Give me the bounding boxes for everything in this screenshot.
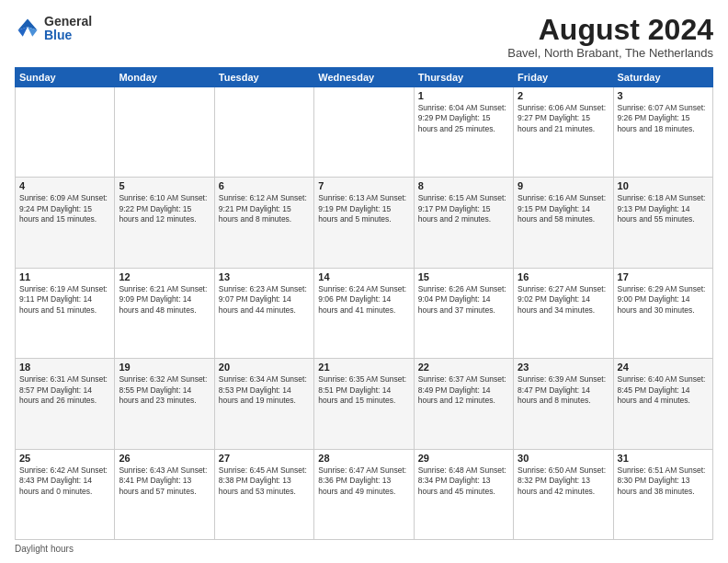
day-cell bbox=[314, 87, 414, 178]
day-cell: 29Sunrise: 6:48 AM Sunset: 8:34 PM Dayli… bbox=[414, 449, 513, 539]
day-info: Sunrise: 6:06 AM Sunset: 9:27 PM Dayligh… bbox=[518, 103, 609, 134]
day-cell: 2Sunrise: 6:06 AM Sunset: 9:27 PM Daylig… bbox=[514, 87, 613, 178]
day-cell: 18Sunrise: 6:31 AM Sunset: 8:57 PM Dayli… bbox=[16, 359, 115, 449]
day-info: Sunrise: 6:45 AM Sunset: 8:38 PM Dayligh… bbox=[219, 465, 310, 497]
day-number: 30 bbox=[518, 453, 609, 464]
col-header-saturday: Saturday bbox=[613, 68, 712, 87]
day-info: Sunrise: 6:51 AM Sunset: 8:30 PM Dayligh… bbox=[618, 465, 709, 497]
logo-general: General bbox=[44, 15, 92, 29]
col-header-thursday: Thursday bbox=[414, 68, 513, 87]
day-number: 8 bbox=[418, 180, 509, 191]
day-info: Sunrise: 6:27 AM Sunset: 9:02 PM Dayligh… bbox=[518, 284, 609, 316]
day-cell: 16Sunrise: 6:27 AM Sunset: 9:02 PM Dayli… bbox=[514, 268, 613, 358]
col-header-sunday: Sunday bbox=[16, 68, 115, 87]
col-header-monday: Monday bbox=[115, 68, 214, 87]
col-header-tuesday: Tuesday bbox=[214, 68, 313, 87]
day-number: 23 bbox=[518, 362, 609, 373]
day-cell: 14Sunrise: 6:24 AM Sunset: 9:06 PM Dayli… bbox=[314, 268, 414, 358]
day-number: 15 bbox=[418, 271, 509, 282]
day-cell: 23Sunrise: 6:39 AM Sunset: 8:47 PM Dayli… bbox=[514, 359, 613, 449]
week-row-3: 11Sunrise: 6:19 AM Sunset: 9:11 PM Dayli… bbox=[16, 268, 713, 358]
day-cell: 17Sunrise: 6:29 AM Sunset: 9:00 PM Dayli… bbox=[613, 268, 712, 358]
day-info: Sunrise: 6:15 AM Sunset: 9:17 PM Dayligh… bbox=[418, 193, 509, 224]
day-cell: 28Sunrise: 6:47 AM Sunset: 8:36 PM Dayli… bbox=[314, 449, 414, 539]
day-info: Sunrise: 6:09 AM Sunset: 9:24 PM Dayligh… bbox=[19, 193, 110, 224]
day-number: 20 bbox=[219, 362, 310, 373]
location: Bavel, North Brabant, The Netherlands bbox=[507, 46, 713, 60]
day-info: Sunrise: 6:24 AM Sunset: 9:06 PM Dayligh… bbox=[318, 284, 409, 316]
day-number: 16 bbox=[518, 271, 609, 282]
day-number: 17 bbox=[618, 271, 709, 282]
day-info: Sunrise: 6:29 AM Sunset: 9:00 PM Dayligh… bbox=[618, 284, 709, 316]
day-number: 11 bbox=[19, 271, 110, 282]
svg-marker-0 bbox=[18, 19, 38, 30]
day-cell: 15Sunrise: 6:26 AM Sunset: 9:04 PM Dayli… bbox=[414, 268, 513, 358]
day-info: Sunrise: 6:39 AM Sunset: 8:47 PM Dayligh… bbox=[518, 374, 609, 406]
day-number: 28 bbox=[318, 453, 409, 464]
week-row-4: 18Sunrise: 6:31 AM Sunset: 8:57 PM Dayli… bbox=[16, 359, 713, 449]
week-row-5: 25Sunrise: 6:42 AM Sunset: 8:43 PM Dayli… bbox=[16, 449, 713, 539]
day-info: Sunrise: 6:04 AM Sunset: 9:29 PM Dayligh… bbox=[418, 103, 509, 134]
day-cell: 5Sunrise: 6:10 AM Sunset: 9:22 PM Daylig… bbox=[115, 178, 214, 268]
day-cell: 7Sunrise: 6:13 AM Sunset: 9:19 PM Daylig… bbox=[314, 178, 414, 268]
day-cell: 3Sunrise: 6:07 AM Sunset: 9:26 PM Daylig… bbox=[613, 87, 712, 178]
logo: General Blue bbox=[15, 15, 92, 43]
day-number: 18 bbox=[19, 362, 110, 373]
day-info: Sunrise: 6:48 AM Sunset: 8:34 PM Dayligh… bbox=[418, 465, 509, 497]
day-cell: 27Sunrise: 6:45 AM Sunset: 8:38 PM Dayli… bbox=[214, 449, 313, 539]
day-number: 26 bbox=[119, 453, 210, 464]
day-number: 7 bbox=[318, 180, 409, 191]
day-cell: 19Sunrise: 6:32 AM Sunset: 8:55 PM Dayli… bbox=[115, 359, 214, 449]
logo-blue: Blue bbox=[44, 29, 92, 42]
day-number: 10 bbox=[618, 180, 709, 191]
day-cell: 10Sunrise: 6:18 AM Sunset: 9:13 PM Dayli… bbox=[613, 178, 712, 268]
day-info: Sunrise: 6:35 AM Sunset: 8:51 PM Dayligh… bbox=[318, 374, 409, 406]
day-number: 6 bbox=[219, 180, 310, 191]
day-cell: 1Sunrise: 6:04 AM Sunset: 9:29 PM Daylig… bbox=[414, 87, 513, 178]
day-info: Sunrise: 6:32 AM Sunset: 8:55 PM Dayligh… bbox=[119, 374, 210, 406]
day-info: Sunrise: 6:21 AM Sunset: 9:09 PM Dayligh… bbox=[119, 284, 210, 316]
day-info: Sunrise: 6:31 AM Sunset: 8:57 PM Dayligh… bbox=[19, 374, 110, 406]
day-number: 3 bbox=[618, 90, 709, 101]
day-info: Sunrise: 6:23 AM Sunset: 9:07 PM Dayligh… bbox=[219, 284, 310, 316]
day-info: Sunrise: 6:07 AM Sunset: 9:26 PM Dayligh… bbox=[618, 103, 709, 134]
day-cell: 12Sunrise: 6:21 AM Sunset: 9:09 PM Dayli… bbox=[115, 268, 214, 358]
header: General Blue August 2024 Bavel, North Br… bbox=[15, 15, 713, 60]
day-info: Sunrise: 6:12 AM Sunset: 9:21 PM Dayligh… bbox=[219, 193, 310, 224]
day-cell bbox=[16, 87, 115, 178]
day-number: 21 bbox=[318, 362, 409, 373]
day-info: Sunrise: 6:37 AM Sunset: 8:49 PM Dayligh… bbox=[418, 374, 509, 406]
title-block: August 2024 Bavel, North Brabant, The Ne… bbox=[507, 15, 713, 60]
day-info: Sunrise: 6:13 AM Sunset: 9:19 PM Dayligh… bbox=[318, 193, 409, 224]
day-info: Sunrise: 6:40 AM Sunset: 8:45 PM Dayligh… bbox=[618, 374, 709, 406]
day-number: 19 bbox=[119, 362, 210, 373]
day-number: 27 bbox=[219, 453, 310, 464]
day-cell: 6Sunrise: 6:12 AM Sunset: 9:21 PM Daylig… bbox=[214, 178, 313, 268]
day-number: 29 bbox=[418, 453, 509, 464]
day-cell bbox=[115, 87, 214, 178]
day-cell: 4Sunrise: 6:09 AM Sunset: 9:24 PM Daylig… bbox=[16, 178, 115, 268]
day-cell: 13Sunrise: 6:23 AM Sunset: 9:07 PM Dayli… bbox=[214, 268, 313, 358]
day-number: 2 bbox=[518, 90, 609, 101]
day-number: 5 bbox=[119, 180, 210, 191]
week-row-2: 4Sunrise: 6:09 AM Sunset: 9:24 PM Daylig… bbox=[16, 178, 713, 268]
day-cell: 22Sunrise: 6:37 AM Sunset: 8:49 PM Dayli… bbox=[414, 359, 513, 449]
day-cell bbox=[214, 87, 313, 178]
day-info: Sunrise: 6:10 AM Sunset: 9:22 PM Dayligh… bbox=[119, 193, 210, 224]
week-row-1: 1Sunrise: 6:04 AM Sunset: 9:29 PM Daylig… bbox=[16, 87, 713, 178]
day-info: Sunrise: 6:18 AM Sunset: 9:13 PM Dayligh… bbox=[618, 193, 709, 224]
col-header-wednesday: Wednesday bbox=[314, 68, 414, 87]
day-info: Sunrise: 6:42 AM Sunset: 8:43 PM Dayligh… bbox=[19, 465, 110, 497]
month-year: August 2024 bbox=[507, 15, 713, 44]
day-cell: 8Sunrise: 6:15 AM Sunset: 9:17 PM Daylig… bbox=[414, 178, 513, 268]
day-cell: 11Sunrise: 6:19 AM Sunset: 9:11 PM Dayli… bbox=[16, 268, 115, 358]
logo-icon bbox=[15, 16, 40, 41]
calendar-table: SundayMondayTuesdayWednesdayThursdayFrid… bbox=[15, 67, 713, 540]
logo-text: General Blue bbox=[44, 15, 92, 43]
day-info: Sunrise: 6:34 AM Sunset: 8:53 PM Dayligh… bbox=[219, 374, 310, 406]
day-info: Sunrise: 6:43 AM Sunset: 8:41 PM Dayligh… bbox=[119, 465, 210, 497]
day-info: Sunrise: 6:50 AM Sunset: 8:32 PM Dayligh… bbox=[518, 465, 609, 497]
day-cell: 31Sunrise: 6:51 AM Sunset: 8:30 PM Dayli… bbox=[613, 449, 712, 539]
day-number: 4 bbox=[19, 180, 110, 191]
day-cell: 30Sunrise: 6:50 AM Sunset: 8:32 PM Dayli… bbox=[514, 449, 613, 539]
